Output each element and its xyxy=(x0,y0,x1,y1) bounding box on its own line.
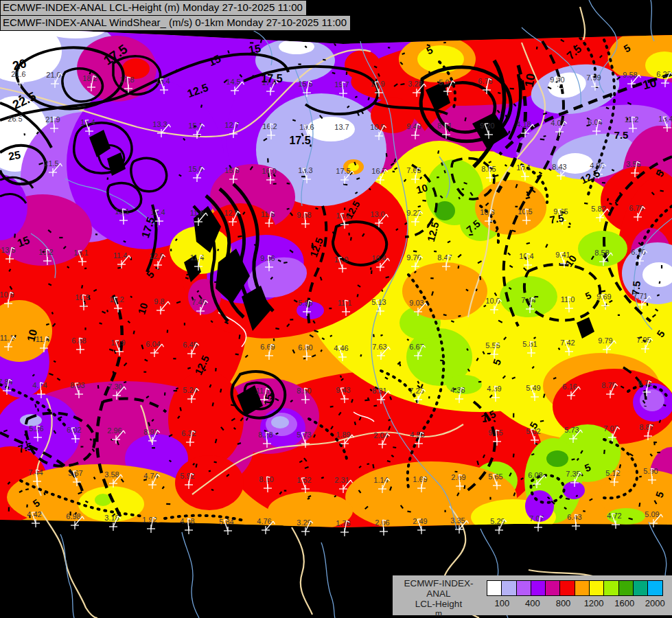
station-value: 9.03 xyxy=(409,299,424,307)
station-value: 6.08 xyxy=(528,471,542,479)
station-value: 5.82 xyxy=(591,205,605,213)
speckle xyxy=(164,392,166,396)
station-value: 4.38 xyxy=(180,517,194,525)
station-value: 2.06 xyxy=(375,518,389,527)
legend-swatch xyxy=(589,580,604,596)
station-value: 13.0 xyxy=(370,210,384,218)
station-value: 13.5 xyxy=(1,246,15,254)
station-value: 9.40 xyxy=(406,122,421,130)
speckle xyxy=(167,330,169,332)
station-value: 13.4 xyxy=(155,77,170,85)
speckle xyxy=(59,237,62,238)
station-value: 8.50 xyxy=(297,387,311,395)
station-value: 10.9 xyxy=(0,290,14,299)
station-value: 7.63 xyxy=(372,343,386,351)
station-value: 16.0 xyxy=(262,167,276,175)
legend-tick: 2000 xyxy=(645,598,665,608)
station-value: 6.02 xyxy=(67,426,81,434)
legend-tick-labels: 100400800120016002000 xyxy=(487,598,671,610)
speckle xyxy=(298,63,301,65)
speckle xyxy=(370,267,372,270)
station-value: 17.8 xyxy=(119,76,134,84)
speckle xyxy=(166,503,170,505)
station-value: 9.69 xyxy=(596,293,611,301)
station-value: 4.74 xyxy=(32,381,47,389)
station-value: 3.67 xyxy=(68,469,82,477)
station-value: 7.84 xyxy=(0,378,13,386)
station-value: 4.46 xyxy=(334,344,348,352)
station-value: 6.04 xyxy=(146,340,160,348)
speckle xyxy=(301,176,305,177)
station-value: 13.1 xyxy=(73,249,88,257)
station-value: 11.2 xyxy=(625,115,639,124)
legend-swatch xyxy=(618,580,634,596)
station-value: 11.1 xyxy=(338,299,352,307)
station-value: 6.98 xyxy=(66,512,80,520)
speckle xyxy=(253,75,254,78)
station-value: 10.4 xyxy=(519,252,533,260)
station-value: 5.98 xyxy=(298,299,312,307)
station-value: 7.44 xyxy=(28,468,43,477)
legend-meta: ECMWF-INDEX-ANAL LCL-Height m xyxy=(393,578,485,618)
speckle xyxy=(8,507,10,511)
station-value: 11.1 xyxy=(0,334,14,342)
legend-swatch xyxy=(487,580,502,596)
legend-tick: 100 xyxy=(494,598,509,608)
station-value: 1.69 xyxy=(413,475,427,483)
station-value: 11.4 xyxy=(190,253,205,262)
speckle xyxy=(568,226,570,227)
station-value: 6.78 xyxy=(478,77,492,85)
station-value: 3.28 xyxy=(408,80,422,88)
speckle xyxy=(184,323,185,325)
station-value: 3.55 xyxy=(626,160,640,168)
station-value: 6.43 xyxy=(567,513,581,521)
field-blob xyxy=(563,481,585,499)
speckle xyxy=(170,249,172,251)
station-value: 8.28 xyxy=(258,431,273,439)
station-value: 9.15 xyxy=(488,428,502,437)
station-value: 9.36 xyxy=(260,254,275,262)
station-value: 8.43 xyxy=(552,163,566,171)
speckle xyxy=(346,71,347,75)
station-value: 1.52 xyxy=(297,476,311,484)
speckle xyxy=(430,277,434,279)
speckle xyxy=(267,158,269,162)
speckle xyxy=(273,183,277,184)
station-value: 15.5 xyxy=(298,80,312,88)
station-value: 5.90 xyxy=(643,467,658,475)
speckle xyxy=(152,447,155,448)
speckle xyxy=(428,396,430,398)
legend-swatch xyxy=(575,580,590,596)
station-value: 3.58 xyxy=(104,470,119,479)
legend-parameter: LCL-Height xyxy=(393,599,485,609)
station-value: 4.39 xyxy=(487,385,501,393)
speckle xyxy=(84,328,86,330)
legend-unit: m xyxy=(393,609,485,618)
station-value: 19.7 xyxy=(334,80,349,89)
station-value: 6.88 xyxy=(71,336,86,345)
station-value: 6.69 xyxy=(260,343,275,351)
contour-label: 7.5 xyxy=(629,280,642,295)
speckle xyxy=(222,312,224,314)
speckle xyxy=(478,381,482,383)
legend-swatch xyxy=(633,580,648,596)
station-value: 5.12 xyxy=(605,469,620,477)
station-value: 1.78 xyxy=(336,519,350,527)
station-value: 8.31 xyxy=(372,387,386,395)
speckle xyxy=(513,413,514,417)
station-value: 11.0 xyxy=(561,295,575,304)
station-value: 2.49 xyxy=(413,517,427,525)
speckle xyxy=(489,497,491,500)
station-value: 13.2 xyxy=(38,248,53,256)
station-value: 1.89 xyxy=(336,431,350,439)
station-value: 13.3 xyxy=(298,166,312,174)
station-value: 5.81 xyxy=(522,340,537,348)
speckle xyxy=(437,176,439,178)
station-value: 6.80 xyxy=(298,343,312,352)
station-value: 7.42 xyxy=(560,339,575,347)
station-value: 7.07 xyxy=(529,514,544,523)
station-value: 5.84 xyxy=(219,518,233,526)
station-value: 9.20 xyxy=(480,122,494,130)
speckle xyxy=(661,265,662,268)
title-line-lcl: ECMWF-INDEX-ANAL LCL-Height (m) Monday 2… xyxy=(0,0,307,16)
